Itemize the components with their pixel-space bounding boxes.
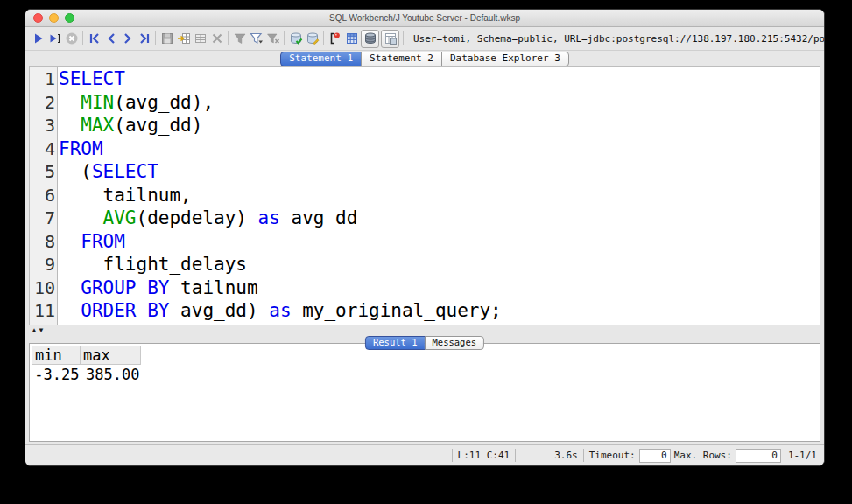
line-number: 5 [30,160,57,184]
result-table-body: -3.25385.00 [32,365,141,384]
line-number: 1 [30,67,57,91]
result-cell: -3.25 [32,365,81,384]
save-icon [160,32,174,46]
toolbar-separator [284,32,285,46]
line-number-gutter: 1234567891011 [30,67,58,325]
grid-blue-icon [345,32,359,46]
commit-button[interactable] [287,30,304,48]
result-column-header-min[interactable]: min [32,346,81,365]
first-icon [88,32,102,46]
last-statement-button[interactable] [136,30,152,48]
timeout-label: Timeout: [589,450,636,461]
result-tabs: Result 1Messages [365,336,484,350]
statement-tab-bar: Statement 1Statement 2Database Explorer … [25,51,824,66]
code-line[interactable]: GROUP BY tailnum [59,276,820,300]
line-number: 10 [30,276,57,300]
toolbar-separator [82,32,83,46]
result-panel: minmax -3.25385.00 [29,343,820,442]
code-line[interactable]: SELECT [59,67,820,91]
max-rows-input[interactable]: 0 [736,449,781,463]
tab-statement-2[interactable]: Statement 2 [361,52,442,66]
rollback-button[interactable] [304,30,320,48]
toolbar: User=tomi, Schema=public, URL=jdbc:postg… [25,27,824,51]
execute-all-button[interactable] [30,30,46,48]
max-rows-label: Max. Rows: [674,450,732,461]
splitter-handle-icon[interactable]: ▲▼ [31,327,45,334]
stop-button [63,30,80,48]
result-area: Result 1Messages minmax -3.25385.00 [29,336,820,444]
toolbar-separator [323,32,324,46]
toolbar-separator [228,32,229,46]
filter-define-button[interactable] [248,30,264,48]
disconnect-icon [328,32,342,46]
table-info-icon [384,32,398,46]
code-line[interactable]: AVG(depdelay) as avg_dd [59,206,820,230]
filter-reset-icon [266,32,280,46]
db-cylinder-icon [363,32,377,46]
line-number: 8 [30,230,57,254]
result-cell: 385.00 [81,365,141,384]
close-window-icon[interactable] [33,13,43,23]
filter-dropdown-icon [250,32,264,46]
code-line[interactable]: ORDER BY avg_dd) as my_original_query; [59,299,820,323]
prev-statement-button[interactable] [102,30,119,48]
editor-result-splitter[interactable]: ▲▼ [25,326,824,336]
app-window: SQL Workbench/J Youtube Server - Default… [25,9,825,466]
disconnect-button[interactable] [327,30,343,48]
insert-row-icon [194,32,208,46]
toolbar-separator [403,32,404,46]
execute-current-button[interactable] [46,30,63,48]
tab-result-1[interactable]: Result 1 [365,336,426,350]
first-statement-button[interactable] [86,30,102,48]
status-bar: L:11 C:41 3.6s Timeout: 0 Max. Rows: 0 1… [25,444,824,466]
status-separator [452,449,453,462]
next-icon [121,32,135,46]
db-rollback-icon [306,32,320,46]
zoom-window-icon[interactable] [65,13,74,23]
table-search-button[interactable] [381,30,399,48]
play-icon [32,32,46,46]
result-column-header-max[interactable]: max [81,346,141,365]
db-commit-icon [289,32,303,46]
title-bar[interactable]: SQL Workbench/J Youtube Server - Default… [25,10,824,27]
timeout-input[interactable]: 0 [639,449,671,463]
code-line[interactable]: flight_delays [59,253,820,276]
next-statement-button[interactable] [119,30,136,48]
play-cursor-icon [48,32,62,46]
result-header-row: minmax [32,346,141,365]
traffic-lights [33,13,74,23]
line-number: 11 [30,299,57,323]
connection-info: User=tomi, Schema=public, URL=jdbc:postg… [413,33,825,45]
line-number: 2 [30,91,57,115]
delete-row-button [208,30,225,48]
statement-tabs: Statement 1Statement 2Database Explorer … [280,52,569,66]
code-line[interactable]: (SELECT [59,160,820,184]
update-table-icon [177,32,191,46]
update-database-button[interactable] [175,30,192,48]
tab-statement-1[interactable]: Statement 1 [280,52,362,66]
line-number: 9 [30,253,57,276]
prev-icon [104,32,118,46]
code-line[interactable]: FROM [59,137,820,161]
line-number: 7 [30,206,57,230]
tab-database-explorer-3[interactable]: Database Explorer 3 [441,52,569,66]
status-separator [583,449,584,462]
line-number: 4 [30,137,57,161]
code-line[interactable]: FROM [59,230,820,254]
line-number: 3 [30,114,57,137]
result-row[interactable]: -3.25385.00 [32,365,141,384]
toolbar-buttons [30,30,406,48]
code-line[interactable]: MIN(avg_dd), [59,91,820,115]
insert-row-button [192,30,208,48]
show-table-list-button[interactable] [343,30,360,48]
database-explorer-button[interactable] [361,30,379,48]
sql-editor: 1234567891011 SELECT MIN(avg_dd), MAX(av… [29,66,820,326]
delete-row-icon [210,32,224,46]
status-separator [515,449,516,462]
tab-messages[interactable]: Messages [425,336,485,350]
sql-code-area[interactable]: SELECT MIN(avg_dd), MAX(avg_dd)FROM (SEL… [58,67,820,325]
code-line[interactable]: tailnum, [59,184,820,207]
minimize-window-icon[interactable] [49,13,59,23]
cursor-position: L:11 C:41 [458,450,510,461]
code-line[interactable]: MAX(avg_dd) [59,114,820,137]
